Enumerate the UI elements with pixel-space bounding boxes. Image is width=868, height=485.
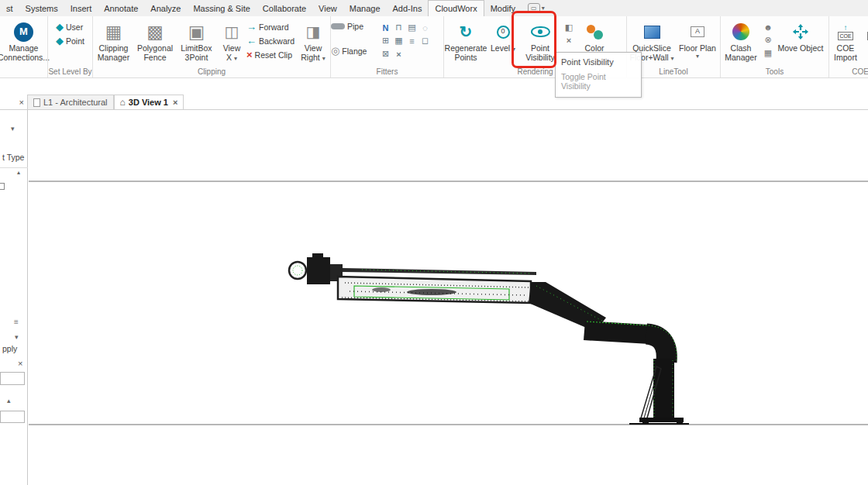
3d-view-canvas[interactable] xyxy=(29,111,868,485)
close-icon[interactable]: × xyxy=(173,98,177,107)
clip-backward-button[interactable]: ← Backward xyxy=(246,36,298,46)
left-panel-type-label: t Type xyxy=(2,153,24,162)
polygonal-fence-button[interactable]: ▩ Polygonal Fence xyxy=(134,18,176,62)
flange-label: Flange xyxy=(342,46,367,56)
polygonal-fence-label2: Fence xyxy=(143,53,166,63)
home-icon: ⌂ xyxy=(120,97,126,108)
up-arrow-icon: ↑ xyxy=(843,24,847,32)
fitters-tool-icon[interactable]: ◌ xyxy=(418,21,432,34)
fitters-tool-icon[interactable]: ≡ xyxy=(405,34,418,47)
view-right-button[interactable]: ◨ View Right ▾ xyxy=(298,18,329,62)
ribbon-tab-cloudworx[interactable]: CloudWorx xyxy=(428,0,484,16)
fitters-tool-icon[interactable]: ▤ xyxy=(405,21,418,34)
chevron-down-icon[interactable]: ▾ xyxy=(671,55,674,62)
left-panel-dropdown[interactable]: ▾ xyxy=(11,126,15,132)
chevron-down-icon[interactable]: ▾ xyxy=(322,55,326,62)
ribbon-tab-insert[interactable]: Insert xyxy=(64,0,98,16)
set-level-user-button[interactable]: ◆ User xyxy=(56,22,84,32)
ribbon-tab-systems[interactable]: Systems xyxy=(19,0,64,16)
tools-mini-grid-icon[interactable]: ▦ xyxy=(764,48,772,58)
polygonal-fence-icon: ▩ xyxy=(146,23,164,41)
chevron-down-icon[interactable]: ▾ xyxy=(15,334,19,340)
group-coe: ↑ COE COE Import ↑ COE C Exp COE xyxy=(829,16,868,77)
point-cloud xyxy=(289,253,689,425)
cloudworx-ribbon: M Manage Connections... ◆ User ◆ Point S… xyxy=(0,16,868,78)
manage-connections-button[interactable]: M Manage Connections... xyxy=(0,18,51,62)
pipe-button[interactable]: Pipe xyxy=(331,22,379,31)
ribbon-tab-massing-site[interactable]: Massing & Site xyxy=(187,0,256,16)
reset-clip-label: Reset Clip xyxy=(255,50,292,60)
level-button[interactable]: 0 Level ▾ xyxy=(487,18,518,53)
coe-import-button[interactable]: ↑ COE COE Import xyxy=(829,18,862,62)
reset-clip-button[interactable]: × Reset Clip xyxy=(246,50,298,60)
ribbon-tab-collaborate[interactable]: Collaborate xyxy=(257,0,312,16)
tools-mini-remove-icon[interactable]: ⊗ xyxy=(764,35,771,45)
fitters-tool-icon[interactable]: ▦ xyxy=(392,34,405,47)
fitters-tool-icon[interactable]: ⊠ xyxy=(379,47,392,60)
quickslice-icon xyxy=(644,26,660,39)
fitters-tool-icon[interactable]: N xyxy=(379,21,392,34)
flange-button[interactable]: ◎ Flange xyxy=(331,46,379,56)
sort-icon[interactable]: ▴ xyxy=(17,170,20,176)
fitters-tool-icon[interactable]: ◻ xyxy=(418,34,432,47)
list-icon[interactable]: ≡ xyxy=(14,318,19,326)
close-icon[interactable]: × xyxy=(18,359,22,368)
move-object-icon xyxy=(792,23,809,40)
rendering-mini-icon[interactable]: ◧ xyxy=(565,22,573,33)
view-tab-l1-architectural[interactable]: L1 - Architectural xyxy=(27,95,114,109)
left-panel-checkbox[interactable] xyxy=(0,183,5,190)
close-icon[interactable]: × xyxy=(19,98,24,107)
clip-forward-button[interactable]: → Forward xyxy=(246,22,298,32)
ribbon-tab-view[interactable]: View xyxy=(312,0,343,16)
ribbon-tab-modify[interactable]: Modify xyxy=(484,0,522,16)
fitters-delete-icon[interactable]: × xyxy=(392,47,405,60)
coe-import-label: COE xyxy=(837,44,855,53)
group-clipping: ▦ Clipping Manager ▩ Polygonal Fence ▣ L… xyxy=(93,16,331,77)
set-level-point-button[interactable]: ◆ Point xyxy=(56,36,84,46)
regenerate-label: Regenerate xyxy=(445,44,487,53)
color-button[interactable]: Color xyxy=(576,18,613,53)
ribbon-tab-manage[interactable]: Manage xyxy=(343,0,387,16)
point-visibility-tooltip: Point Visibility Toggle Point Visibility xyxy=(555,52,642,98)
fitters-tool-icon[interactable]: ⊓ xyxy=(392,21,405,34)
ribbon-tab-st[interactable]: st xyxy=(0,0,19,16)
left-panel-input[interactable] xyxy=(0,372,25,385)
point-cloud-viewport[interactable] xyxy=(29,111,868,485)
chevron-up-icon[interactable]: ▴ xyxy=(7,397,11,404)
ribbon-state-icon: ▭ xyxy=(528,3,540,13)
floor-plan-button[interactable]: A Floor Plan ▾ xyxy=(677,18,718,60)
clipping-manager-label: Clipping xyxy=(99,44,129,53)
fitters-tool-icon[interactable]: ⊞ xyxy=(379,34,392,47)
chevron-down-icon[interactable]: ▾ xyxy=(512,46,515,53)
coe-export-button[interactable]: ↑ COE C Exp xyxy=(862,18,868,62)
reset-clip-x-icon: × xyxy=(246,50,253,60)
group-label-manage xyxy=(0,67,47,77)
view-x-button[interactable]: ◫ View X ▾ xyxy=(217,18,246,62)
view-tab-label: L1 - Architectural xyxy=(43,98,108,107)
clash-manager-button[interactable]: Clash Manager xyxy=(721,18,761,62)
clipping-manager-icon: ▦ xyxy=(105,23,122,41)
left-panel-input-2[interactable] xyxy=(0,411,25,423)
coe-box-icon: COE xyxy=(838,32,852,40)
tools-mini-user-icon[interactable]: ☻ xyxy=(763,22,773,32)
regenerate-points-button[interactable]: ↻ Regenerate Points xyxy=(444,18,487,62)
rendering-mini-close-icon[interactable]: × xyxy=(567,36,571,45)
ribbon-options-button[interactable]: ▭ ▾ xyxy=(522,0,551,16)
view-tab-3d-view-1[interactable]: ⌂ 3D View 1 × xyxy=(114,95,184,109)
chevron-down-icon[interactable]: ▾ xyxy=(696,53,699,60)
point-visibility-label: Point xyxy=(531,44,549,53)
clipping-manager-label2: Manager xyxy=(98,53,129,63)
clash-manager-label2: Manager xyxy=(725,53,756,63)
move-object-button[interactable]: Move Object xyxy=(775,18,826,53)
floor-plan-label: Floor Plan xyxy=(679,44,716,53)
regenerate-label2: Points xyxy=(454,53,477,63)
chevron-down-icon[interactable]: ▾ xyxy=(234,55,237,62)
clipping-manager-button[interactable]: ▦ Clipping Manager xyxy=(93,18,134,62)
limitbox-3point-button[interactable]: ▣ LimitBox 3Point xyxy=(176,18,217,62)
ribbon-tab-analyze[interactable]: Analyze xyxy=(144,0,187,16)
view-right-label2: Right xyxy=(301,53,320,62)
group-label-coe: COE xyxy=(829,67,868,77)
clip-forward-label: Forward xyxy=(259,22,289,32)
ribbon-tab-addins[interactable]: Add-Ins xyxy=(387,0,429,16)
ribbon-tab-annotate[interactable]: Annotate xyxy=(98,0,144,16)
